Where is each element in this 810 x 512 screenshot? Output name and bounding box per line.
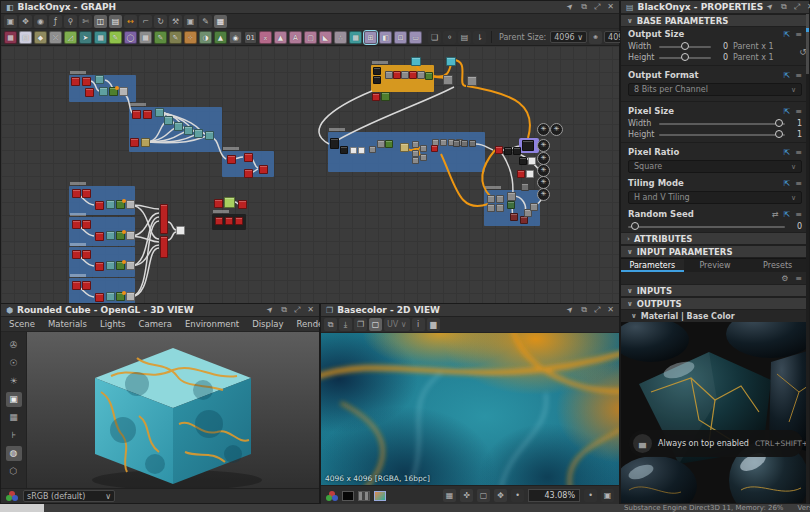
- graph-node[interactable]: [425, 72, 433, 80]
- light-bulb-icon[interactable]: ☉: [6, 356, 22, 371]
- graph-node[interactable]: [519, 157, 527, 165]
- graph-node[interactable]: [106, 231, 115, 240]
- menu-display[interactable]: Display: [252, 319, 283, 329]
- display-nodes-icon[interactable]: ▤: [109, 15, 122, 28]
- zoom-out-button[interactable]: •: [511, 489, 524, 502]
- graph-node[interactable]: [420, 154, 427, 161]
- parameter-menu-icon[interactable]: ≡: [795, 179, 802, 188]
- properties-scrollbar[interactable]: [806, 14, 809, 505]
- curve-node-icon[interactable]: ⌅: [259, 31, 272, 44]
- graph-node[interactable]: [106, 200, 115, 209]
- graph-node[interactable]: [530, 203, 538, 211]
- graph-node[interactable]: [72, 189, 81, 198]
- graph-node[interactable]: [116, 231, 125, 240]
- parameter-menu-icon[interactable]: ≡: [795, 71, 802, 80]
- graph-node[interactable]: [72, 281, 81, 290]
- cut-links-icon[interactable]: ✄: [79, 15, 92, 28]
- graph-node[interactable]: [400, 143, 409, 152]
- graph-node[interactable]: [440, 139, 447, 146]
- channel-bars-icon[interactable]: [358, 491, 370, 501]
- graph-node[interactable]: [431, 145, 438, 152]
- graph-node[interactable]: [373, 76, 381, 84]
- graph-node[interactable]: [82, 77, 91, 86]
- expose-parameter-icon[interactable]: ⇱: [784, 71, 791, 80]
- function-icon[interactable]: ƒ: [49, 15, 62, 28]
- graph-node[interactable]: [381, 92, 390, 101]
- dot-node-icon[interactable]: ⚬: [443, 31, 456, 44]
- close-icon[interactable]: ✕: [607, 305, 614, 315]
- gear-icon[interactable]: ⚙: [781, 274, 788, 283]
- camera-icon[interactable]: ◉: [34, 15, 47, 28]
- copy-icon[interactable]: ❐: [354, 318, 367, 331]
- maximize-icon[interactable]: ⤢: [294, 305, 300, 315]
- color-display-icon[interactable]: [374, 491, 386, 501]
- pattern-node-icon[interactable]: ▦: [139, 31, 152, 44]
- background-swatch[interactable]: [342, 491, 354, 501]
- grid-snap-icon[interactable]: ▦: [214, 15, 227, 28]
- uv-mode-select[interactable]: UV ∨: [384, 318, 410, 331]
- graph-node[interactable]: [496, 204, 504, 212]
- graph-node[interactable]: [130, 138, 139, 147]
- expose-parameter-icon[interactable]: ⇱: [784, 179, 791, 188]
- list-icon[interactable]: ≡: [795, 274, 802, 283]
- center-view-icon[interactable]: ✜: [460, 489, 473, 502]
- graph-node[interactable]: [160, 204, 168, 234]
- width-slider[interactable]: [659, 46, 711, 48]
- graph-node[interactable]: [164, 116, 173, 125]
- menu-environment[interactable]: Environment: [185, 319, 239, 329]
- maximize-icon[interactable]: ⤢: [594, 2, 600, 12]
- graph-node[interactable]: [373, 67, 381, 75]
- graph-node[interactable]: [487, 204, 495, 212]
- graph-node[interactable]: [238, 200, 247, 209]
- output-format-select[interactable]: 8 Bits per Channel ∨: [628, 83, 802, 96]
- crop-node-icon[interactable]: ◧: [379, 31, 392, 44]
- graph-node[interactable]: [461, 140, 468, 147]
- graph-node[interactable]: [109, 87, 118, 96]
- shuffle-icon[interactable]: ⇄: [772, 210, 779, 219]
- checker-node-icon[interactable]: ▦: [349, 31, 362, 44]
- search-icon[interactable]: ⚲: [64, 15, 77, 28]
- frame-icon[interactable]: ▤: [458, 31, 471, 44]
- graph-node[interactable]: [495, 146, 503, 154]
- graph-node[interactable]: [95, 201, 104, 210]
- maximize-icon[interactable]: ⤢: [794, 2, 800, 12]
- output-node[interactable]: ✳: [537, 123, 550, 136]
- graph-node[interactable]: [420, 145, 427, 152]
- graph-node[interactable]: [99, 87, 108, 96]
- graph-node[interactable]: [504, 147, 512, 155]
- graph-node[interactable]: [526, 170, 534, 178]
- graph-node[interactable]: [521, 183, 529, 191]
- image-node-icon[interactable]: ▣: [184, 15, 197, 28]
- graph-node[interactable]: [412, 150, 419, 157]
- camera-icon[interactable]: ✇: [6, 338, 22, 353]
- brush-add-node-icon[interactable]: ✎: [154, 31, 167, 44]
- graph-node[interactable]: [369, 146, 376, 153]
- parameter-menu-icon[interactable]: ≡: [795, 30, 802, 39]
- lock-zoom-icon[interactable]: ▣: [601, 489, 614, 502]
- quad-transform-node-icon[interactable]: ▭: [409, 31, 422, 44]
- tab-preview[interactable]: Preview: [684, 259, 747, 272]
- graph-node[interactable]: [82, 220, 91, 229]
- close-icon[interactable]: ✕: [607, 2, 614, 12]
- graph-node[interactable]: [194, 129, 203, 138]
- output-node[interactable]: ✳: [550, 123, 563, 136]
- noise-node-icon[interactable]: ▲: [214, 31, 227, 44]
- graph-node[interactable]: [350, 147, 357, 154]
- graph-node[interactable]: [393, 71, 401, 79]
- graph-node[interactable]: [496, 195, 504, 203]
- graph-node[interactable]: [141, 138, 150, 147]
- graph-node[interactable]: [174, 122, 183, 131]
- bitmap-node-icon[interactable]: ▦: [4, 31, 17, 44]
- graph-canvas[interactable]: ✳✳✳✳✳✳✳: [1, 46, 619, 303]
- pixel-width-slider[interactable]: [659, 123, 785, 125]
- graph-node[interactable]: [82, 189, 91, 198]
- fill-node-icon[interactable]: ◣: [319, 31, 332, 44]
- graph-node[interactable]: [259, 165, 268, 174]
- fit-view-icon[interactable]: ▢: [477, 489, 490, 502]
- shape-node-icon[interactable]: ◯: [124, 31, 137, 44]
- wireframe-sphere-icon[interactable]: ◍: [6, 446, 22, 461]
- colorspace-select[interactable]: sRGB (default) ∨: [23, 490, 115, 502]
- graph-node[interactable]: [205, 131, 214, 140]
- color-wheel-node-icon[interactable]: ◉: [229, 31, 242, 44]
- section-base-parameters[interactable]: ∨ BASE PARAMETERS: [621, 14, 809, 27]
